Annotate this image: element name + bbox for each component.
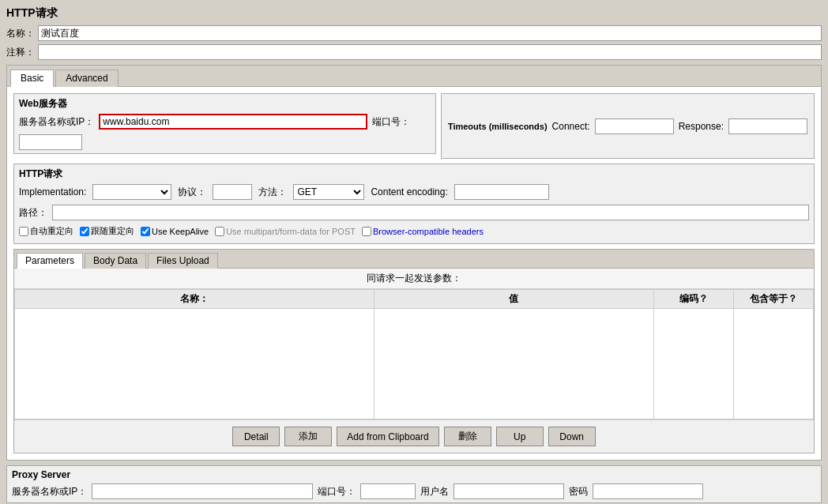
- connect-label: Connect:: [552, 121, 590, 132]
- params-table-body: [15, 309, 814, 419]
- parameters-tab-content: 同请求一起发送参数： 名称： 值 编码？ 包含等于？: [14, 269, 814, 453]
- http-request-title: HTTP请求: [19, 167, 809, 181]
- inner-tab-bar: Parameters Body Data Files Upload: [14, 250, 814, 269]
- proxy-port-label: 端口号：: [318, 485, 356, 498]
- params-header: 同请求一起发送参数：: [14, 269, 814, 289]
- col-name-header: 名称：: [15, 290, 374, 309]
- implementation-row: Implementation: 协议： 方法： GET POST PUT DEL…: [19, 184, 809, 200]
- timeouts-group: Timeouts (milliseconds) Connect: Respons…: [441, 93, 815, 159]
- main-container: HTTP请求 名称： 注释： Basic Advanced Web服务器 服务器…: [0, 0, 828, 504]
- multipart-checkbox[interactable]: Use multipart/form-data for POST: [215, 227, 356, 236]
- implementation-label: Implementation:: [19, 186, 86, 197]
- up-button[interactable]: Up: [496, 427, 544, 446]
- multipart-check[interactable]: [215, 227, 224, 236]
- follow-redirect-check[interactable]: [80, 227, 89, 236]
- main-tab-bar: Basic Advanced: [7, 66, 821, 87]
- response-timeout-input[interactable]: [728, 118, 807, 134]
- keep-alive-checkbox[interactable]: Use KeepAlive: [141, 227, 209, 236]
- tab-advanced[interactable]: Advanced: [55, 70, 118, 87]
- down-button[interactable]: Down: [548, 427, 596, 446]
- checkbox-row: 自动重定向 跟随重定向 Use KeepAlive Use multipart/…: [19, 225, 809, 237]
- auto-redirect-checkbox[interactable]: 自动重定向: [19, 225, 73, 237]
- proxy-port-input[interactable]: [360, 483, 416, 499]
- params-table-header-row: 名称： 值 编码？ 包含等于？: [15, 290, 814, 309]
- proxy-server-input[interactable]: [92, 483, 313, 499]
- name-label: 名称：: [6, 27, 38, 40]
- protocol-label: 协议：: [178, 186, 206, 199]
- tab-files-upload[interactable]: Files Upload: [148, 253, 218, 269]
- web-server-timeouts-row: Web服务器 服务器名称或IP： 端口号： Timeouts (millisec…: [13, 93, 815, 159]
- params-table: 名称： 值 编码？ 包含等于？: [14, 289, 814, 419]
- proxy-server-label: 服务器名称或IP：: [12, 485, 87, 498]
- proxy-server-title: Proxy Server: [12, 469, 816, 480]
- method-select[interactable]: GET POST PUT DELETE: [293, 184, 364, 200]
- proxy-password-input[interactable]: [593, 483, 703, 499]
- path-row: 路径：: [19, 205, 809, 220]
- proxy-server-section: Proxy Server 服务器名称或IP： 端口号： 用户名 密码: [6, 465, 822, 503]
- method-label: 方法：: [258, 186, 287, 199]
- connect-timeout-input[interactable]: [595, 118, 674, 134]
- port-label: 端口号：: [372, 115, 410, 129]
- main-tabs-container: Basic Advanced Web服务器 服务器名称或IP： 端口号：: [6, 65, 822, 461]
- comment-row: 注释：: [6, 44, 822, 60]
- comment-label: 注释：: [6, 46, 38, 59]
- auto-redirect-label: 自动重定向: [30, 225, 73, 237]
- tab-parameters[interactable]: Parameters: [17, 253, 83, 269]
- tab-body-data[interactable]: Body Data: [85, 253, 146, 269]
- server-name-input[interactable]: [99, 114, 367, 130]
- proxy-user-input[interactable]: [454, 483, 564, 499]
- proxy-password-label: 密码: [569, 485, 588, 498]
- http-request-section: HTTP请求 Implementation: 协议： 方法： GET POST …: [13, 164, 815, 244]
- path-input[interactable]: [52, 205, 809, 220]
- add-button[interactable]: 添加: [284, 427, 332, 446]
- auto-redirect-check[interactable]: [19, 227, 28, 236]
- inner-tabs-container: Parameters Body Data Files Upload 同请求一起发…: [13, 249, 815, 453]
- port-input[interactable]: [19, 134, 82, 150]
- delete-button[interactable]: 删除: [444, 427, 491, 446]
- add-from-clipboard-button[interactable]: Add from Clipboard: [337, 427, 438, 446]
- content-encoding-input[interactable]: [454, 184, 549, 200]
- keep-alive-label: Use KeepAlive: [152, 227, 209, 236]
- response-label: Response:: [679, 121, 724, 132]
- proxy-user-label: 用户名: [420, 485, 449, 498]
- tab-basic[interactable]: Basic: [10, 70, 54, 87]
- web-server-title: Web服务器: [19, 97, 431, 111]
- follow-redirect-checkbox[interactable]: 跟随重定向: [80, 225, 134, 237]
- content-encoding-label: Content encoding:: [371, 186, 447, 197]
- follow-redirect-label: 跟随重定向: [91, 225, 134, 237]
- web-server-group: Web服务器 服务器名称或IP： 端口号：: [13, 93, 436, 154]
- page-title: HTTP请求: [6, 6, 822, 21]
- name-row: 名称：: [6, 25, 822, 41]
- multipart-label: Use multipart/form-data for POST: [226, 227, 356, 236]
- web-server-fields: 服务器名称或IP： 端口号：: [19, 114, 431, 150]
- col-value-header: 值: [374, 290, 653, 309]
- path-label: 路径：: [19, 206, 47, 220]
- col-encode-header: 编码？: [653, 290, 733, 309]
- action-buttons-row: Detail 添加 Add from Clipboard 删除 Up Down: [14, 419, 814, 453]
- implementation-select[interactable]: [92, 184, 171, 200]
- protocol-input[interactable]: [213, 184, 252, 200]
- timeouts-label: Timeouts (milliseconds): [448, 122, 548, 131]
- browser-headers-check[interactable]: [362, 227, 371, 236]
- server-ip-label: 服务器名称或IP：: [19, 115, 94, 129]
- params-empty-row: [15, 309, 814, 419]
- detail-button[interactable]: Detail: [232, 427, 280, 446]
- browser-headers-checkbox[interactable]: Browser-compatible headers: [362, 227, 484, 236]
- tab-basic-content: Web服务器 服务器名称或IP： 端口号： Timeouts (millisec…: [7, 87, 821, 460]
- keep-alive-check[interactable]: [141, 227, 150, 236]
- browser-headers-label: Browser-compatible headers: [373, 227, 484, 236]
- name-input[interactable]: [38, 25, 822, 41]
- proxy-server-row: 服务器名称或IP： 端口号： 用户名 密码: [12, 483, 816, 499]
- comment-input[interactable]: [38, 44, 822, 60]
- col-include-header: 包含等于？: [733, 290, 813, 309]
